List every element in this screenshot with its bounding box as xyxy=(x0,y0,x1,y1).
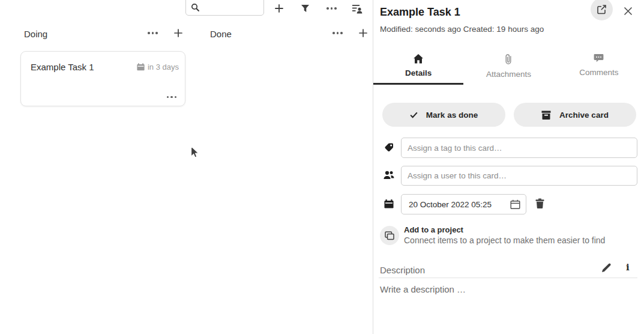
add-to-project-button[interactable] xyxy=(380,226,399,245)
archive-card-button[interactable]: Archive card xyxy=(514,103,636,127)
description-divider xyxy=(379,278,637,278)
assign-tag-input[interactable] xyxy=(402,138,637,157)
filter-icon[interactable] xyxy=(301,4,310,13)
tab-comments[interactable]: Comments xyxy=(554,50,644,85)
due-date-field[interactable]: 20 October 2022 05:25 xyxy=(401,194,526,214)
list-user-icon[interactable] xyxy=(352,4,363,14)
description-label: Description xyxy=(380,265,425,275)
external-link-icon xyxy=(597,4,607,14)
paperclip-icon xyxy=(505,53,512,65)
description-placeholder[interactable]: Write a description … xyxy=(380,284,466,294)
mark-as-done-button[interactable]: Mark as done xyxy=(382,103,505,127)
search-input[interactable] xyxy=(203,2,260,13)
chat-bubble-icon xyxy=(594,53,604,63)
tab-attachments[interactable]: Attachments xyxy=(463,50,553,85)
add-card-icon[interactable] xyxy=(358,28,368,38)
calendar-icon xyxy=(384,199,394,208)
date-picker-icon[interactable] xyxy=(510,199,520,210)
tab-label: Attachments xyxy=(486,70,531,79)
tag-icon xyxy=(384,142,394,153)
check-icon xyxy=(410,112,418,118)
close-panel-button[interactable] xyxy=(622,5,633,16)
projects-icon xyxy=(385,231,394,240)
info-icon[interactable]: i xyxy=(626,262,630,273)
home-icon xyxy=(413,53,424,64)
tab-label: Comments xyxy=(579,68,618,77)
column-title-done: Done xyxy=(210,29,232,39)
user-field xyxy=(401,166,637,186)
assign-user-input[interactable] xyxy=(402,166,637,185)
add-card-icon[interactable] xyxy=(173,28,183,38)
app-window: Doing Done Example Task 1 in 3 days Exam… xyxy=(0,0,644,334)
add-to-project-subtitle: Connect items to a project to make them … xyxy=(404,235,605,245)
calendar-icon xyxy=(137,63,145,71)
search-icon xyxy=(191,3,200,12)
column-title-doing: Doing xyxy=(24,29,47,39)
add-card-toolbar-button[interactable] xyxy=(274,4,284,13)
task-card[interactable]: Example Task 1 in 3 days xyxy=(20,51,185,106)
mouse-cursor xyxy=(190,145,200,160)
panel-tab-bar: Details Attachments Comments xyxy=(373,50,644,85)
board-menu-icon[interactable] xyxy=(327,7,337,10)
mark-as-done-label: Mark as done xyxy=(426,111,478,120)
due-date-value: 20 October 2022 05:25 xyxy=(409,200,492,209)
archive-card-label: Archive card xyxy=(559,111,609,120)
column-menu-icon[interactable] xyxy=(148,32,158,34)
card-title: Example Task 1 xyxy=(31,62,94,72)
card-due-date: in 3 days xyxy=(137,62,179,71)
open-in-window-button[interactable] xyxy=(591,0,613,20)
archive-icon xyxy=(541,111,551,120)
users-icon xyxy=(384,171,394,180)
edit-description-icon[interactable] xyxy=(601,263,611,273)
close-icon xyxy=(624,7,633,16)
add-to-project-title[interactable]: Add to a project xyxy=(404,225,463,234)
tab-details[interactable]: Details xyxy=(373,50,463,85)
panel-task-title: Example Task 1 xyxy=(380,6,460,19)
card-due-label: in 3 days xyxy=(148,62,179,71)
search-box xyxy=(185,0,264,16)
column-menu-icon[interactable] xyxy=(333,32,343,34)
delete-date-icon[interactable] xyxy=(535,198,544,208)
tag-field xyxy=(401,138,637,158)
tab-label: Details xyxy=(405,68,432,77)
panel-meta-text: Modified: seconds ago Created: 19 hours … xyxy=(380,25,544,34)
card-menu-icon[interactable] xyxy=(167,96,177,99)
